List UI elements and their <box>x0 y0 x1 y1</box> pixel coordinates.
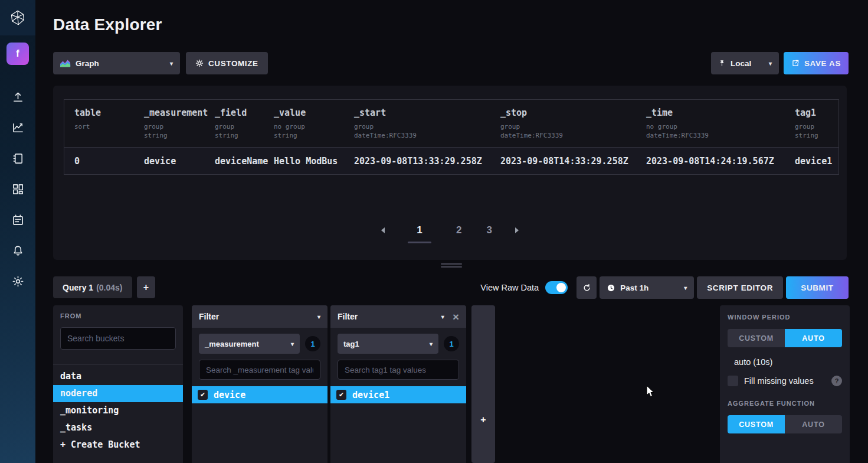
upload-icon <box>11 90 25 104</box>
column-header[interactable]: tag1 groupstring <box>785 100 838 147</box>
sidebar-item-notebooks[interactable] <box>0 143 35 174</box>
bucket-item-tasks[interactable]: _tasks <box>53 419 183 436</box>
tag-value-row-device[interactable]: ✔ device <box>192 386 327 403</box>
window-auto-value: auto (10s) <box>728 357 842 367</box>
notebook-icon <box>11 152 25 165</box>
cell-field: deviceName <box>205 148 264 174</box>
window-auto-button[interactable]: AUTO <box>785 329 842 347</box>
filter-card-tag1: Filter ▾ × tag1 ▾ 1 ✔ device1 <box>330 305 466 463</box>
query-toolbar: Query 1 (0.04s) + View Raw Data Past 1h … <box>53 276 849 299</box>
save-as-button[interactable]: SAVE AS <box>784 52 849 74</box>
filter-type-dropdown[interactable]: Filter ▾ <box>192 305 327 328</box>
tag-key-label: tag1 <box>343 340 359 348</box>
clock-icon <box>607 283 615 292</box>
tag-value-search-input[interactable] <box>338 360 459 380</box>
close-icon[interactable]: × <box>453 311 459 322</box>
viz-type-label: Graph <box>76 59 99 68</box>
saved-location-dropdown[interactable]: Local ▾ <box>711 52 779 74</box>
sidebar-item-dashboards[interactable] <box>0 174 35 204</box>
query-tab-label: Query 1 <box>63 283 93 292</box>
save-as-label: SAVE AS <box>804 59 841 68</box>
chevron-down-icon: ▾ <box>317 314 320 320</box>
tag-value-label: device1 <box>352 390 389 400</box>
column-header[interactable]: _stop groupdateTime:RFC3339 <box>490 100 636 147</box>
sidebar-item-data-explorer[interactable] <box>0 112 35 143</box>
chevron-down-icon: ▾ <box>430 341 433 347</box>
add-filter-card-button[interactable]: + <box>471 305 495 463</box>
column-header[interactable]: _start groupdateTime:RFC3339 <box>344 100 490 147</box>
table-row[interactable]: 0 device deviceName Hello ModBus 2023-09… <box>64 148 838 174</box>
column-header[interactable]: _time no groupdateTime:RFC3339 <box>636 100 785 147</box>
sidebar-item-settings[interactable] <box>0 266 35 296</box>
filter-type-dropdown[interactable]: Filter ▾ × <box>330 305 466 328</box>
gear-icon <box>11 275 25 288</box>
tag-value-label: device <box>214 390 245 400</box>
view-raw-data-toggle[interactable] <box>545 281 568 294</box>
tag-value-row-device1[interactable]: ✔ device1 <box>330 386 466 403</box>
next-page-button[interactable] <box>513 227 520 236</box>
view-raw-data-label: View Raw Data <box>480 283 539 292</box>
customize-label: CUSTOMIZE <box>208 59 258 68</box>
tag-key-dropdown[interactable]: tag1 ▾ <box>338 334 438 354</box>
help-icon[interactable]: ? <box>831 376 842 386</box>
column-header[interactable]: _field groupstring <box>205 100 264 147</box>
cell-time: 2023-09-08T14:24:19.567Z <box>636 148 785 174</box>
cell-tag1: device1 <box>785 148 838 174</box>
filter-title: Filter <box>199 312 219 321</box>
fill-missing-values-checkbox[interactable] <box>728 376 738 386</box>
influxdb-logo[interactable] <box>0 0 35 35</box>
left-nav: f <box>0 0 35 463</box>
page-title: Data Explorer <box>53 15 162 34</box>
cell-table: 0 <box>64 148 134 174</box>
cell-start: 2023-09-08T13:33:29.258Z <box>344 148 490 174</box>
checkbox-checked-icon[interactable]: ✔ <box>336 390 346 400</box>
selected-count-badge: 1 <box>444 336 459 351</box>
column-header[interactable]: _measurement groupstring <box>134 100 205 147</box>
column-header[interactable]: table sort <box>64 100 134 147</box>
cell-measurement: device <box>134 148 205 174</box>
chevron-down-icon: ▾ <box>769 60 772 67</box>
chevron-right-icon <box>515 227 519 234</box>
submit-button[interactable]: SUBMIT <box>786 276 849 299</box>
tag-value-search-input[interactable] <box>199 360 320 380</box>
main-content: Data Explorer Graph ▾ CUSTOMIZE Local ▾ <box>35 0 868 463</box>
bucket-list: data nodered _monitoring _tasks + Create… <box>53 368 183 454</box>
from-title: FROM <box>60 312 176 319</box>
time-range-dropdown[interactable]: Past 1h ▾ <box>600 276 694 299</box>
sidebar-item-tasks[interactable] <box>0 204 35 235</box>
bucket-search-input[interactable] <box>60 327 176 350</box>
refresh-icon <box>582 283 591 292</box>
bucket-item-data[interactable]: data <box>53 368 183 385</box>
page-number-2[interactable]: 2 <box>453 224 465 236</box>
create-bucket-button[interactable]: + Create Bucket <box>53 436 183 454</box>
export-icon <box>791 59 800 67</box>
page-number-1[interactable]: 1 <box>404 224 435 243</box>
checkbox-checked-icon[interactable]: ✔ <box>198 390 208 400</box>
bucket-item-monitoring[interactable]: _monitoring <box>53 402 183 419</box>
sidebar-item-upload[interactable] <box>0 81 35 112</box>
aggregate-function-title: AGGREGATE FUNCTION <box>728 400 842 407</box>
aggregate-selector: CUSTOM AUTO <box>728 415 842 433</box>
bucket-item-nodered-selected[interactable]: nodered <box>53 385 183 402</box>
gear-icon <box>195 59 204 67</box>
prev-page-button[interactable] <box>379 227 386 236</box>
chevron-down-icon: ▾ <box>441 314 444 320</box>
query-tab[interactable]: Query 1 (0.04s) <box>53 276 132 298</box>
panel-resize-handle[interactable] <box>441 263 462 269</box>
page-number-3[interactable]: 3 <box>483 224 496 236</box>
aggregate-auto-button[interactable]: AUTO <box>785 415 842 433</box>
aggregate-custom-button[interactable]: CUSTOM <box>728 415 785 433</box>
refresh-button[interactable] <box>577 276 597 299</box>
tag-key-dropdown[interactable]: _measurement ▾ <box>199 334 300 354</box>
window-period-title: WINDOW PERIOD <box>728 314 842 321</box>
sidebar-item-alerts[interactable] <box>0 235 35 266</box>
customize-button[interactable]: CUSTOMIZE <box>186 52 268 74</box>
script-editor-button[interactable]: SCRIPT EDITOR <box>697 276 783 299</box>
column-header[interactable]: _value no groupstring <box>264 100 344 147</box>
add-query-button[interactable]: + <box>137 276 155 298</box>
visualization-type-dropdown[interactable]: Graph ▾ <box>53 52 180 74</box>
org-avatar[interactable]: f <box>6 43 29 65</box>
window-custom-button[interactable]: CUSTOM <box>728 329 785 347</box>
time-range-label: Past 1h <box>620 283 648 292</box>
plus-icon: + <box>480 415 486 463</box>
